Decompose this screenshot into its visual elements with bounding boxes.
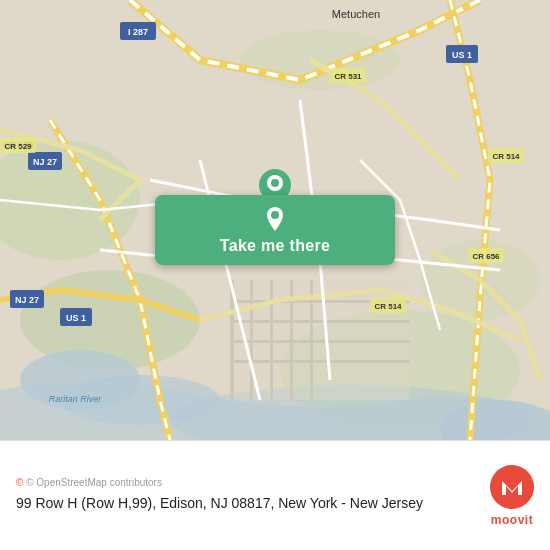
svg-rect-17 — [230, 320, 410, 323]
moovit-icon — [490, 465, 534, 509]
svg-text:I 287: I 287 — [128, 27, 148, 37]
address-text: 99 Row H (Row H,99), Edison, NJ 08817, N… — [16, 494, 478, 514]
button-label: Take me there — [220, 237, 330, 255]
moovit-text: moovit — [491, 513, 533, 527]
svg-text:CR 514: CR 514 — [374, 302, 402, 311]
osm-credit-text: © OpenStreetMap contributors — [26, 477, 162, 488]
svg-point-46 — [271, 211, 279, 219]
svg-text:NJ 27: NJ 27 — [15, 295, 39, 305]
svg-text:US 1: US 1 — [452, 50, 472, 60]
svg-point-45 — [271, 179, 279, 187]
svg-rect-18 — [230, 340, 410, 343]
svg-text:CR 656: CR 656 — [472, 252, 500, 261]
svg-text:CR 514: CR 514 — [492, 152, 520, 161]
svg-text:Metuchen: Metuchen — [332, 8, 380, 20]
svg-text:NJ 27: NJ 27 — [33, 157, 57, 167]
moovit-logo[interactable]: moovit — [490, 465, 534, 527]
map-container: I 287 US 1 US 1 NJ 27 NJ 27 CR 529 CR 52… — [0, 0, 550, 440]
osm-icon: © — [16, 477, 23, 488]
svg-text:CR 531: CR 531 — [334, 72, 362, 81]
svg-point-5 — [240, 30, 400, 90]
info-bar: © © OpenStreetMap contributors 99 Row H … — [0, 440, 550, 550]
svg-rect-19 — [230, 360, 410, 363]
info-text-block: © © OpenStreetMap contributors 99 Row H … — [16, 477, 478, 514]
svg-text:CR 529: CR 529 — [4, 142, 32, 151]
moovit-svg-icon — [498, 473, 526, 501]
svg-text:Raritan River: Raritan River — [49, 394, 103, 404]
take-me-there-button[interactable]: Take me there — [155, 195, 395, 265]
osm-credit: © © OpenStreetMap contributors — [16, 477, 478, 488]
location-pin-icon — [261, 205, 289, 233]
svg-text:US 1: US 1 — [66, 313, 86, 323]
